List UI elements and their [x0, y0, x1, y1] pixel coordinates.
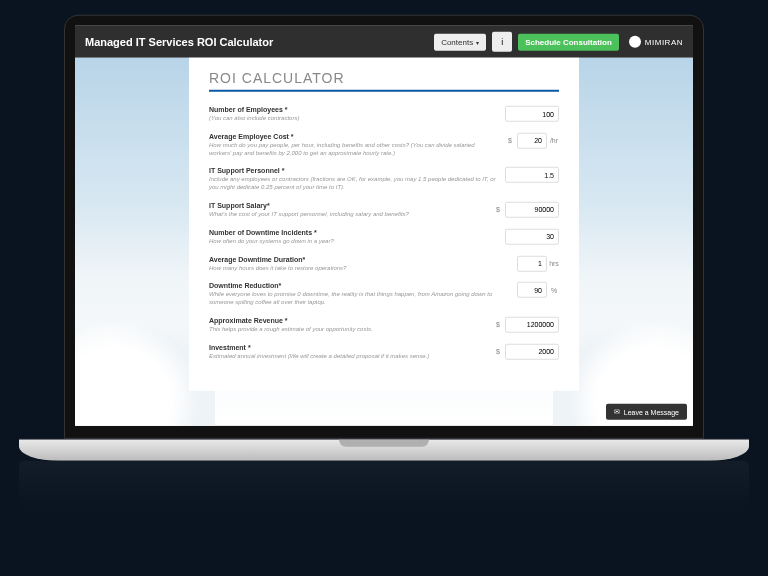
field-input-5[interactable] [517, 255, 547, 271]
brand-logo-icon [629, 36, 641, 48]
brand: MIMIRAN [629, 36, 683, 48]
form-row: Number of Downtime Incidents *How often … [209, 229, 559, 246]
field-label: Number of Employees * [209, 106, 497, 113]
field-input-8[interactable] [505, 344, 559, 360]
app-viewport: Managed IT Services ROI Calculator Conte… [75, 26, 693, 426]
field-label: Number of Downtime Incidents * [209, 229, 497, 236]
field-prefix: $ [505, 137, 515, 144]
field-input-1[interactable] [517, 133, 547, 149]
field-label: IT Support Personnel * [209, 167, 497, 174]
laptop-mockup: Managed IT Services ROI Calculator Conte… [64, 15, 704, 521]
leave-message-label: Leave a Message [624, 408, 679, 415]
form-row: Average Employee Cost *How much do you p… [209, 133, 559, 158]
field-label: Investment * [209, 344, 485, 351]
field-input-4[interactable] [505, 229, 559, 245]
field-label: Average Employee Cost * [209, 133, 497, 140]
field-help: While everyone loves to promise 0 downti… [209, 291, 509, 307]
field-help: Include any employees or contractors (fr… [209, 176, 497, 192]
field-prefix: $ [493, 321, 503, 328]
field-label: Average Downtime Duration* [209, 255, 509, 262]
form-row: Downtime Reduction*While everyone loves … [209, 282, 559, 307]
brand-name: MIMIRAN [645, 37, 683, 46]
top-bar: Managed IT Services ROI Calculator Conte… [75, 26, 693, 58]
field-input-6[interactable] [517, 282, 547, 298]
app-title: Managed IT Services ROI Calculator [85, 36, 428, 48]
field-suffix: % [549, 287, 559, 294]
field-input-0[interactable] [505, 106, 559, 122]
field-suffix: hrs [549, 260, 559, 267]
field-help: Estimated annual investment (We will cre… [209, 353, 485, 361]
form-row: Investment *Estimated annual investment … [209, 344, 559, 361]
form-row: Approximate Revenue *This helps provide … [209, 317, 559, 334]
form-row: IT Support Salary*What's the cost of you… [209, 202, 559, 219]
contents-label: Contents [441, 37, 473, 46]
field-help: (You can also include contractors) [209, 115, 497, 123]
field-label: Approximate Revenue * [209, 317, 485, 324]
field-input-7[interactable] [505, 317, 559, 333]
leave-message-button[interactable]: Leave a Message [606, 404, 687, 420]
form-row: Number of Employees *(You can also inclu… [209, 106, 559, 123]
form-row: IT Support Personnel *Include any employ… [209, 167, 559, 192]
field-label: Downtime Reduction* [209, 282, 509, 289]
roi-form-panel: ROI CALCULATOR Number of Employees *(You… [189, 58, 579, 391]
field-help: This helps provide a rough estimate of y… [209, 326, 485, 334]
field-help: How many hours does it take to restore o… [209, 264, 509, 272]
laptop-reflection [19, 461, 749, 509]
field-label: IT Support Salary* [209, 202, 485, 209]
form-title: ROI CALCULATOR [209, 70, 559, 92]
field-suffix: /hr [549, 137, 559, 144]
field-prefix: $ [493, 348, 503, 355]
info-button[interactable]: i [492, 32, 512, 52]
field-help: What's the cost of your IT support perso… [209, 211, 485, 219]
laptop-notch [339, 440, 429, 447]
field-help: How much do you pay people, per hour, in… [209, 142, 497, 158]
laptop-base [19, 439, 749, 461]
form-row: Average Downtime Duration*How many hours… [209, 255, 559, 272]
field-input-3[interactable] [505, 202, 559, 218]
field-help: How often do your systems go down in a y… [209, 238, 497, 246]
field-input-2[interactable] [505, 167, 559, 183]
contents-dropdown[interactable]: Contents ▾ [434, 33, 486, 50]
schedule-consultation-button[interactable]: Schedule Consultation [518, 33, 619, 50]
field-prefix: $ [493, 206, 503, 213]
chevron-down-icon: ▾ [476, 38, 479, 45]
info-icon: i [501, 37, 503, 47]
laptop-screen-bezel: Managed IT Services ROI Calculator Conte… [64, 15, 704, 439]
form-rows: Number of Employees *(You can also inclu… [209, 106, 559, 361]
